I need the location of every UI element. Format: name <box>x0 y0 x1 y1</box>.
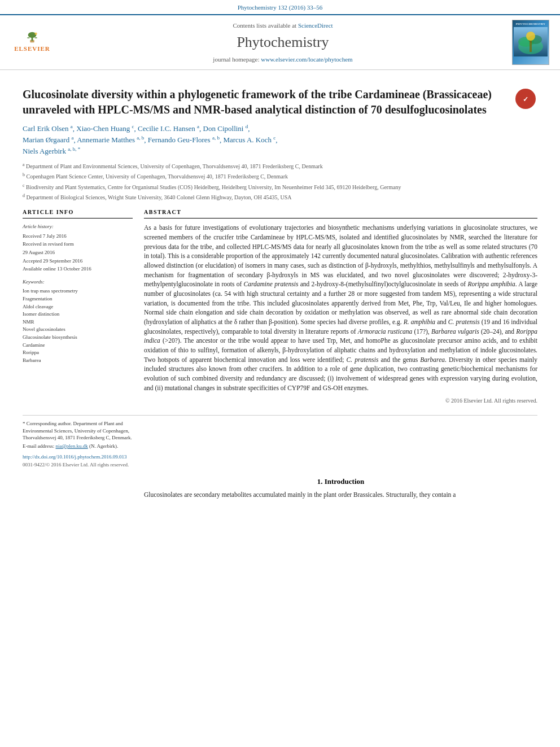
elsevier-logo-area: ELSEVIER <box>7 32 58 53</box>
keyword-1: Ion trap mass spectrometry <box>23 287 133 295</box>
article-info-heading: ARTICLE INFO <box>23 208 133 219</box>
journal-cover-image: PHYTOCHEMISTRY <box>512 20 549 65</box>
keyword-2: Fragmentation <box>23 295 133 303</box>
available-date: Available online 13 October 2016 <box>23 265 133 273</box>
affil-sup-a2: a <box>197 124 199 129</box>
cover-plant-icon <box>515 28 546 55</box>
svg-point-9 <box>526 32 535 41</box>
intro-heading-text: Introduction <box>325 477 365 486</box>
affil-sup-ab1: a, b <box>137 135 144 141</box>
affil-d-text: Department of Biological Sciences, Wrigh… <box>27 194 292 200</box>
keyword-3: Aldol cleavage <box>23 303 133 311</box>
svg-rect-5 <box>34 38 37 38</box>
keyword-7: Glucosinolate biosynthesis <box>23 334 133 341</box>
article-title: Glucosinolate diversity within a phyloge… <box>23 87 537 117</box>
author-niels: Niels Agerbirk <box>23 147 66 155</box>
page-container: Phytochemistry 132 (2016) 33–56 ELSEVIER <box>0 0 560 747</box>
article-info-column: ARTICLE INFO Article history: Received 7… <box>23 208 133 405</box>
affil-sup-d1: d <box>246 124 248 129</box>
svg-text:✓: ✓ <box>523 95 528 103</box>
affil-sup-a3: a <box>71 135 73 141</box>
affiliation-c: c Biodiversity and Plant Systematics, Ce… <box>23 182 537 191</box>
email-label: E-mail address: <box>23 443 54 449</box>
author-fernando: Fernando Geu-Flores <box>148 136 211 145</box>
email-link[interactable]: nia@plen.ku.dk <box>55 443 88 449</box>
received-date: Received 7 July 2016 <box>23 233 133 240</box>
email-suffix: (N. Agerbirk). <box>89 443 118 449</box>
accepted-date: Accepted 29 September 2016 <box>23 257 133 265</box>
footnote-left-col: * Corresponding author. Department of Pl… <box>23 420 133 469</box>
received-revised-date: 29 August 2016 <box>23 249 133 256</box>
homepage-label-text: journal homepage: <box>213 56 259 63</box>
journal-cover-area: PHYTOCHEMISTRY <box>508 20 553 65</box>
email-line: E-mail address: nia@plen.ku.dk (N. Agerb… <box>23 443 133 450</box>
affiliation-b: b Copenhagen Plant Science Center, Unive… <box>23 172 537 181</box>
elsevier-logo: ELSEVIER <box>10 32 55 53</box>
journal-homepage-link[interactable]: www.elsevier.com/locate/phytochem <box>261 56 352 63</box>
article-content: Glucosinolate diversity within a phyloge… <box>0 70 560 499</box>
received-revised-label: Received in revised form <box>23 241 133 248</box>
abstract-text: As a basis for future investigations of … <box>144 223 537 392</box>
affil-sup-a1: a <box>71 124 73 129</box>
abstract-heading: ABSTRACT <box>144 208 537 219</box>
intro-section-number: 1. <box>317 477 323 486</box>
journal-header: ELSEVIER Contents lists available at Sci… <box>0 14 560 70</box>
cover-title-text: PHYTOCHEMISTRY <box>516 23 546 26</box>
svg-point-3 <box>34 33 37 35</box>
affil-label-d: d <box>23 193 25 198</box>
intro-text: Glucosinolates are secondary metabolites… <box>144 490 537 500</box>
keyword-8: Cardamine <box>23 342 133 349</box>
author-xiao: Xiao-Chen Huang <box>76 125 130 133</box>
footnote-right-col <box>144 420 537 469</box>
affil-label-b: b <box>23 172 25 177</box>
affiliations-section: a Department of Plant and Environmental … <box>23 161 537 202</box>
affil-sup-c1: c <box>132 124 134 129</box>
keyword-4: Isomer distinction <box>23 311 133 318</box>
abstract-column: ABSTRACT As a basis for future investiga… <box>144 208 537 405</box>
affil-sup-ab2: a, b <box>212 135 220 141</box>
author-cecilie: Cecilie I.C. Hansen <box>138 125 195 133</box>
copyright-line: © 2016 Elsevier Ltd. All rights reserved… <box>144 397 537 405</box>
article-body-columns: ARTICLE INFO Article history: Received 7… <box>23 208 537 405</box>
journal-ref-text: Phytochemistry 132 (2016) 33–56 <box>238 4 323 11</box>
affil-sup-c2: c <box>273 135 275 141</box>
keyword-5: NMR <box>23 318 133 326</box>
crossmark-icon: ✓ <box>515 89 536 109</box>
issn-line: 0031-9422/© 2016 Elsevier Ltd. All right… <box>23 461 133 469</box>
keyword-6: Novel glucosinolates <box>23 326 133 333</box>
doi-link[interactable]: http://dx.doi.org/10.1016/j.phytochem.20… <box>23 454 127 460</box>
introduction-section: 1. Introduction Glucosinolates are secon… <box>23 477 537 500</box>
authors-line: Carl Erik Olsen a, Xiao-Chen Huang c, Ce… <box>23 123 537 156</box>
elsevier-tree-icon <box>19 32 45 43</box>
journal-main-title: Phytochemistry <box>63 32 502 53</box>
corresponding-author-note: * Corresponding author. Department of Pl… <box>23 420 133 442</box>
author-marcus: Marcus A. Koch <box>223 136 272 145</box>
affil-label-a: a <box>23 162 25 167</box>
affil-b-text: Copenhagen Plant Science Center, Univers… <box>27 174 288 180</box>
elsevier-wordmark: ELSEVIER <box>14 45 50 53</box>
affiliation-a: a Department of Plant and Environmental … <box>23 161 537 171</box>
affil-sup-ab3: a, b, * <box>68 146 80 152</box>
intro-left-spacer <box>23 477 133 500</box>
sciencedirect-label: Contents lists available at ScienceDirec… <box>63 21 502 30</box>
journal-reference: Phytochemistry 132 (2016) 33–56 <box>0 0 560 14</box>
keywords-section: Keywords: Ion trap mass spectrometry Fra… <box>23 278 133 364</box>
affil-label-c: c <box>23 183 25 188</box>
author-don: Don Cipollini <box>203 125 244 133</box>
keyword-9: Rorippa <box>23 349 133 356</box>
history-label: Article history: <box>23 223 133 230</box>
author-carl: Carl Erik Olsen <box>23 125 69 133</box>
journal-homepage-line: journal homepage: www.elsevier.com/locat… <box>63 55 502 64</box>
svg-rect-10 <box>530 41 532 52</box>
affiliation-d: d Department of Biological Sciences, Wri… <box>23 193 537 202</box>
cover-decorative-image <box>514 27 548 56</box>
doi-line: http://dx.doi.org/10.1016/j.phytochem.20… <box>23 453 133 461</box>
keywords-label: Keywords: <box>23 278 133 286</box>
affil-c-text: Biodiversity and Plant Systematics, Cent… <box>26 184 401 190</box>
author-annemarie: Annemarie Matthes <box>77 136 135 145</box>
footnotes-section: * Corresponding author. Department of Pl… <box>23 415 537 469</box>
keyword-10: Barbarea <box>23 357 133 364</box>
crossmark-badge[interactable]: ✓ <box>514 87 537 111</box>
sciencedirect-link[interactable]: ScienceDirect <box>298 22 333 29</box>
journal-title-area: Contents lists available at ScienceDirec… <box>63 21 502 64</box>
